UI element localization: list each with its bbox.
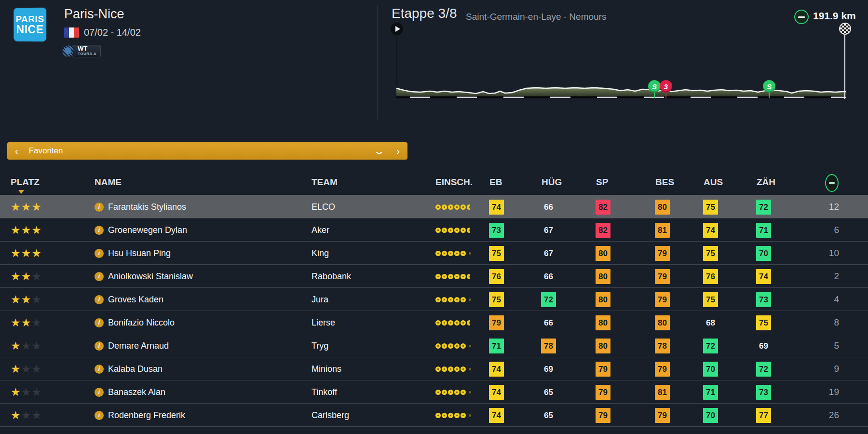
rating-dot-icon bbox=[435, 343, 441, 349]
column-header-sp[interactable]: SP bbox=[596, 177, 608, 188]
stage-rank-value: 4 bbox=[798, 288, 839, 311]
stat-zah: 75 bbox=[756, 315, 771, 330]
table-row[interactable]: ★★★iAniolkowski StanislawRabobank7666807… bbox=[0, 265, 868, 288]
star-icon: ★ bbox=[21, 270, 32, 283]
einsch-rating-dots bbox=[435, 265, 484, 288]
star-icon: ★ bbox=[31, 270, 42, 283]
race-header: PARIS NICE Paris-Nice 07/02 - 14/02 WT T… bbox=[0, 0, 868, 123]
sprint-marker-icon[interactable]: S bbox=[648, 80, 661, 93]
info-icon[interactable]: i bbox=[95, 411, 104, 420]
star-rating: ★★★ bbox=[11, 195, 64, 218]
table-header: PLATZ NAME TEAM EINSCH. EB HÜG SP BES AU… bbox=[0, 171, 868, 195]
climb-cat3-marker-stem bbox=[665, 92, 666, 98]
rider-name: Demare Arnaud bbox=[108, 334, 169, 357]
rating-dot-icon bbox=[461, 366, 466, 372]
stage-rank-value: 12 bbox=[798, 195, 839, 218]
stage-rank-value: 19 bbox=[798, 380, 839, 404]
stat-bes: 80 bbox=[655, 315, 670, 330]
stat-aus: 70 bbox=[703, 362, 718, 377]
info-icon[interactable]: i bbox=[95, 365, 104, 374]
chevron-left-icon[interactable]: ‹ bbox=[15, 146, 18, 156]
table-row[interactable]: ★★★iGroves KadenJura7572807975734 bbox=[0, 288, 868, 311]
info-icon[interactable]: i bbox=[95, 272, 104, 281]
favorites-dropdown[interactable]: ‹ Favoriten ⌄ › bbox=[7, 142, 407, 160]
rating-dot-icon bbox=[448, 320, 453, 326]
star-icon: ★ bbox=[31, 386, 42, 399]
climb-cat3-marker-icon[interactable]: 3 bbox=[660, 80, 672, 93]
info-icon[interactable]: i bbox=[95, 295, 104, 304]
column-header-team[interactable]: TEAM bbox=[312, 177, 338, 188]
table-row[interactable]: ★★★iKalaba DusanMinions7469797970729 bbox=[0, 357, 868, 380]
stat-eb: 74 bbox=[489, 385, 504, 400]
stat-zah: 69 bbox=[756, 339, 771, 353]
column-header-zah[interactable]: ZÄH bbox=[757, 177, 775, 188]
star-icon: ★ bbox=[21, 293, 32, 306]
table-row[interactable]: ★★★iRodenberg FrederikCarlsberg746579797… bbox=[0, 404, 868, 427]
team-name: Jura bbox=[312, 288, 328, 311]
stage-type-icon bbox=[794, 10, 809, 24]
stat-zah: 73 bbox=[756, 385, 771, 400]
stat-aus: 75 bbox=[703, 200, 718, 215]
table-row[interactable]: ★★★iBanaszek AlanTinkoff74657981717319 bbox=[0, 380, 868, 404]
einsch-rating-dots bbox=[435, 218, 484, 242]
chevron-down-icon[interactable]: ⌄ bbox=[373, 146, 385, 156]
info-icon[interactable]: i bbox=[95, 388, 104, 397]
stage-rank-value: 8 bbox=[798, 311, 839, 334]
einsch-rating-dots bbox=[435, 242, 484, 265]
info-icon[interactable]: i bbox=[95, 341, 104, 351]
stage-rank-value: 6 bbox=[798, 218, 839, 242]
race-dates: 07/02 - 14/02 bbox=[84, 27, 141, 38]
star-icon: ★ bbox=[21, 339, 32, 353]
stat-bes: 78 bbox=[655, 339, 670, 353]
rating-small-dot-icon bbox=[469, 368, 471, 370]
rating-dot-icon bbox=[454, 413, 460, 418]
rating-half-dot-icon bbox=[467, 320, 470, 326]
france-flag-icon bbox=[64, 27, 79, 38]
stat-eb: 75 bbox=[489, 246, 504, 261]
rating-dot-icon bbox=[442, 413, 447, 418]
column-header-bes[interactable]: BES bbox=[655, 177, 674, 188]
stat-hug: 69 bbox=[541, 362, 556, 377]
sprint-marker-stem bbox=[654, 92, 655, 98]
finish-line bbox=[844, 35, 845, 99]
table-row[interactable]: ★★★iDemare ArnaudTryg7178807872695 bbox=[0, 334, 868, 357]
stat-bes: 79 bbox=[655, 269, 670, 284]
rating-dot-icon bbox=[448, 204, 453, 210]
info-icon[interactable]: i bbox=[95, 318, 104, 327]
column-header-hug[interactable]: HÜG bbox=[542, 177, 562, 188]
table-row[interactable]: ★★★iGroenewegen DylanAker7367828174716 bbox=[0, 218, 868, 242]
stat-sp: 80 bbox=[596, 246, 610, 261]
star-rating: ★★★ bbox=[11, 265, 64, 288]
info-icon[interactable]: i bbox=[95, 226, 104, 235]
stat-eb: 74 bbox=[489, 362, 504, 377]
column-header-platz[interactable]: PLATZ bbox=[11, 177, 40, 188]
column-header-einsch[interactable]: EINSCH. bbox=[435, 177, 473, 188]
rider-name: Aniolkowski Stanislaw bbox=[108, 265, 193, 288]
sort-descending-icon bbox=[18, 190, 24, 194]
table-row[interactable]: ★★★iBonifazio NiccoloLierse7966808068758 bbox=[0, 311, 868, 334]
table-row[interactable]: ★★★iFarantakis StylianosELCO746682807572… bbox=[0, 195, 868, 218]
einsch-rating-dots bbox=[435, 195, 484, 218]
stage-rank-value: 5 bbox=[798, 334, 839, 357]
info-icon[interactable]: i bbox=[95, 249, 104, 258]
column-header-aus[interactable]: AUS bbox=[704, 177, 723, 188]
stat-hug: 66 bbox=[541, 200, 556, 215]
team-name: Lierse bbox=[312, 311, 335, 334]
info-icon[interactable]: i bbox=[95, 203, 104, 212]
table-row[interactable]: ★★★iHsu Hsuan PingKing75678079757010 bbox=[0, 242, 868, 265]
einsch-rating-dots bbox=[435, 311, 484, 334]
column-header-eb[interactable]: EB bbox=[489, 177, 502, 188]
star-icon: ★ bbox=[11, 247, 21, 260]
column-header-name[interactable]: NAME bbox=[95, 177, 122, 188]
rating-dot-icon bbox=[435, 274, 441, 279]
chevron-right-icon[interactable]: › bbox=[396, 146, 400, 156]
star-icon: ★ bbox=[11, 201, 21, 214]
sprint-marker-icon[interactable]: S bbox=[763, 80, 775, 93]
star-icon: ★ bbox=[21, 363, 32, 376]
stat-zah: 77 bbox=[756, 408, 771, 423]
stage-rank-value: 10 bbox=[798, 242, 839, 265]
star-icon: ★ bbox=[11, 293, 21, 306]
rating-dot-icon bbox=[442, 297, 447, 302]
star-icon: ★ bbox=[21, 224, 32, 237]
stat-hug: 72 bbox=[541, 292, 556, 307]
